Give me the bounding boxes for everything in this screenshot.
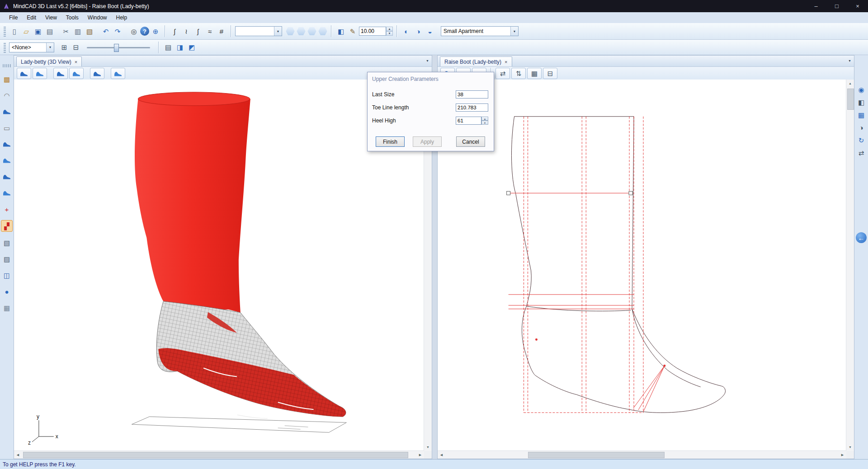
scroll-down-icon[interactable]: ▼: [846, 443, 854, 451]
menu-help[interactable]: Help: [112, 13, 132, 22]
undo-icon[interactable]: ↶: [100, 26, 111, 37]
right-pane-vertical-scrollbar[interactable]: ▲ ▼: [846, 80, 854, 451]
thickness-input[interactable]: [359, 27, 386, 36]
last-measure-icon[interactable]: [111, 68, 125, 79]
ruler-tool-icon[interactable]: ▭: [1, 122, 12, 133]
last-split-icon[interactable]: [90, 68, 104, 79]
horizontal-scroll-thumb[interactable]: [528, 452, 665, 458]
slider-thumb[interactable]: [114, 44, 119, 52]
bottom-tool-icon[interactable]: [1, 171, 12, 182]
layers-icon[interactable]: ▤: [163, 42, 174, 53]
heel-high-input[interactable]: [456, 117, 481, 125]
measure-2d-icon[interactable]: ⊟: [543, 68, 557, 79]
sphere-wire-icon[interactable]: ◑: [413, 26, 424, 37]
3d-last-canvas[interactable]: y x z: [14, 80, 424, 451]
close-tab-icon[interactable]: ×: [75, 59, 77, 65]
last-lines-icon[interactable]: [69, 68, 84, 79]
tab-lady-betty-3d-view[interactable]: Lady-betty (3D View) ×: [16, 56, 82, 66]
tab-raise-boot[interactable]: Raise Boot (Lady-betty) ×: [440, 56, 512, 66]
select-tool-icon[interactable]: ▩: [1, 74, 12, 84]
last-flatten-icon[interactable]: [53, 68, 68, 79]
help-icon[interactable]: ?: [140, 27, 149, 36]
spin-down-icon[interactable]: ▼: [481, 121, 488, 125]
view-mesh-icon[interactable]: ▦: [856, 109, 867, 120]
sole-tool-icon[interactable]: [1, 155, 12, 166]
maximize-button[interactable]: □: [826, 0, 847, 12]
tab-list-dropdown-icon[interactable]: ▼: [426, 59, 429, 62]
control-point[interactable]: [535, 338, 538, 341]
menu-file[interactable]: File: [5, 13, 22, 22]
spin-up-icon[interactable]: ▲: [386, 27, 393, 31]
menu-edit[interactable]: Edit: [22, 13, 41, 22]
copy-icon[interactable]: ▥: [72, 26, 83, 37]
scroll-right-icon[interactable]: ▶: [839, 451, 846, 459]
layer-combo[interactable]: <None> ▼: [9, 42, 54, 52]
line-handle[interactable]: [629, 191, 632, 195]
sphere-tool-icon[interactable]: ●: [1, 286, 12, 297]
close-tab-icon[interactable]: ×: [505, 59, 507, 65]
mirror-icon[interactable]: ⇄: [495, 68, 510, 79]
pattern-2d-canvas[interactable]: [438, 80, 846, 451]
toe-line-length-input[interactable]: [456, 103, 488, 112]
side-tool-icon[interactable]: [1, 188, 12, 198]
last-texture-icon[interactable]: [33, 68, 47, 79]
menu-view[interactable]: View: [41, 13, 61, 22]
tab-list-dropdown-icon[interactable]: ▼: [848, 59, 851, 62]
view-capture-icon[interactable]: ◉: [856, 84, 867, 95]
toolbar-grip[interactable]: [4, 26, 6, 37]
align-icon[interactable]: ⇅: [511, 68, 526, 79]
chevron-down-icon[interactable]: ▼: [274, 27, 282, 36]
preset-combo[interactable]: Small Apartment ▼: [441, 26, 519, 36]
view-rotate-icon[interactable]: ↻: [856, 135, 867, 145]
curve-edit-icon[interactable]: ≀: [181, 26, 192, 37]
save-icon[interactable]: ▣: [33, 26, 43, 37]
line-handle[interactable]: [507, 191, 510, 195]
upper-tool-icon[interactable]: [1, 139, 12, 150]
strip-grip[interactable]: [3, 64, 11, 67]
vertical-scroll-thumb[interactable]: [847, 89, 854, 110]
scroll-down-icon[interactable]: ▼: [424, 443, 432, 451]
curve-style-combo[interactable]: ▼: [235, 26, 282, 36]
left-pane-horizontal-scrollbar[interactable]: ◀ ▶: [14, 450, 424, 459]
shade-mode-icon[interactable]: ◨: [175, 42, 185, 53]
spline-icon[interactable]: ∫: [169, 26, 180, 37]
control-point[interactable]: [663, 365, 665, 367]
filter-icon[interactable]: ⊞: [59, 42, 70, 53]
horizontal-scroll-thumb[interactable]: [23, 452, 408, 458]
chevron-down-icon[interactable]: ▼: [46, 43, 54, 52]
right-pane-horizontal-scrollbar[interactable]: ◀ ▶: [438, 450, 846, 459]
paste-icon[interactable]: ▧: [84, 26, 95, 37]
mesh-tool-icon[interactable]: ▦: [1, 302, 12, 313]
toolbar-grip[interactable]: [4, 42, 6, 53]
pin-tool-icon[interactable]: +: [1, 204, 12, 215]
pencil-icon[interactable]: ✎: [347, 26, 358, 37]
3d-last-view[interactable]: y x z: [14, 80, 424, 451]
material-icon[interactable]: ◩: [186, 42, 197, 53]
hexagon-add-icon[interactable]: [297, 27, 306, 36]
zoom-icon[interactable]: ◎: [128, 26, 139, 37]
grid-toggle-icon[interactable]: ▦: [527, 68, 542, 79]
chevron-down-icon[interactable]: ▼: [510, 27, 518, 36]
scroll-left-icon[interactable]: ◀: [14, 451, 22, 459]
view-pan-icon[interactable]: ⇄: [856, 147, 867, 158]
new-document-icon[interactable]: ▯: [9, 26, 20, 37]
pattern-2d-view[interactable]: [438, 80, 846, 451]
arc-tool-icon[interactable]: ◠: [1, 90, 12, 101]
close-button[interactable]: ×: [847, 0, 868, 12]
cancel-button[interactable]: Cancel: [456, 136, 485, 147]
last-view-icon[interactable]: [17, 68, 31, 79]
menu-window[interactable]: Window: [83, 13, 112, 22]
apply-button[interactable]: Apply: [413, 136, 442, 147]
scroll-right-icon[interactable]: ▶: [416, 451, 424, 459]
transparency-icon[interactable]: ⊟: [71, 42, 81, 53]
hexagon-solid-icon[interactable]: [286, 27, 295, 36]
hexagon-rotate-icon[interactable]: [307, 27, 316, 36]
hexagon-axis-icon[interactable]: [318, 27, 327, 36]
box-tool-icon[interactable]: ◫: [1, 270, 12, 281]
back-view-icon[interactable]: ←: [856, 232, 867, 243]
view-split-icon[interactable]: ◧: [856, 97, 867, 108]
sphere-shade-icon[interactable]: ◐: [401, 26, 412, 37]
graph-tool-icon[interactable]: ▧: [1, 237, 12, 248]
cut-icon[interactable]: ✂: [61, 26, 71, 37]
graph2-tool-icon[interactable]: ▨: [1, 253, 12, 264]
